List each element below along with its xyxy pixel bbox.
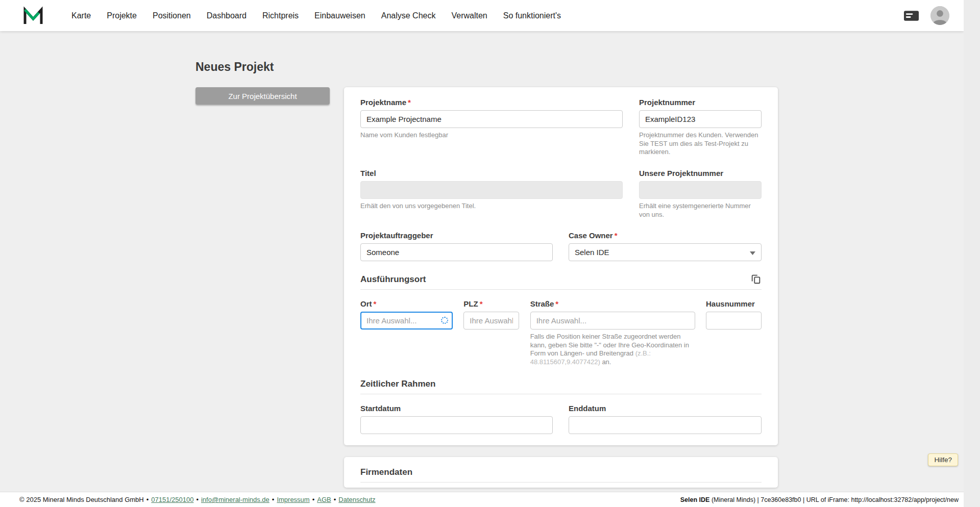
strasse-input[interactable] — [530, 312, 695, 329]
projektnummer-input[interactable] — [639, 110, 762, 128]
titel-field: Titel Erhält den von uns vorgegebenen Ti… — [360, 169, 623, 219]
unsere-projektnummer-field: Unsere Projektnummer Erhält eine systemg… — [639, 169, 762, 219]
project-form-card: Projektname* Name vom Kunden festlegbar … — [344, 87, 778, 445]
footer-bar: © 2025 Mineral Minds Deutschland GmbH • … — [0, 492, 964, 507]
unsere-projektnummer-label: Unsere Projektnummer — [639, 169, 762, 178]
plz-field: PLZ* — [463, 299, 519, 367]
case-owner-select[interactable]: Selen IDE — [569, 243, 762, 261]
projektauftraggeber-label: Projektauftraggeber — [360, 231, 553, 240]
help-button[interactable]: Hilfe? — [928, 453, 958, 466]
nav-item-analyse-check[interactable]: Analyse Check — [381, 11, 436, 20]
projektname-label-text: Projektname — [360, 98, 406, 107]
ort-label: Ort* — [360, 299, 453, 309]
required-marker: * — [480, 299, 483, 308]
required-marker: * — [555, 299, 558, 308]
projektauftraggeber-field: Projektauftraggeber — [360, 231, 553, 261]
plz-label: PLZ* — [463, 299, 519, 309]
strasse-helper-main: Falls die Position keiner Straße zugeord… — [530, 333, 689, 357]
strasse-field: Straße* Falls die Position keiner Straße… — [530, 299, 695, 367]
ort-field: Ort* — [360, 299, 453, 367]
unsere-projektnummer-input — [639, 181, 762, 199]
loading-spinner-icon — [441, 317, 448, 324]
left-column: Zur Projektübersicht — [195, 87, 330, 105]
startdatum-input[interactable] — [360, 416, 553, 434]
section-zeitlicher-rahmen-header: Zeitlicher Rahmen — [360, 379, 762, 394]
required-marker: * — [374, 299, 377, 308]
enddatum-label: Enddatum — [569, 404, 762, 413]
case-owner-label: Case Owner* — [569, 231, 762, 240]
projektname-field: Projektname* Name vom Kunden festlegbar — [360, 98, 623, 157]
user-avatar[interactable] — [930, 6, 949, 25]
main-content: Neues Projekt Zur Projektübersicht Proje… — [0, 31, 964, 488]
nav-item-positionen[interactable]: Positionen — [153, 11, 191, 20]
header-actions — [903, 6, 953, 25]
logo-mark — [22, 6, 44, 26]
footer-link-email[interactable]: info@mineral-minds.de — [201, 496, 270, 503]
footer-separator: • — [272, 496, 275, 503]
projektauftraggeber-input[interactable] — [360, 243, 553, 261]
copyright-text: © 2025 Mineral Minds Deutschland GmbH — [19, 496, 144, 503]
app-window: Karte Projekte Positionen Dashboard Rich… — [0, 0, 964, 507]
footer-link-datenschutz[interactable]: Datenschutz — [338, 496, 375, 503]
strasse-label-text: Straße — [530, 299, 554, 308]
footer-link-agb[interactable]: AGB — [317, 496, 331, 503]
strasse-label: Straße* — [530, 299, 695, 309]
strasse-helper-suffix: an. — [600, 358, 611, 366]
page-title: Neues Projekt — [195, 60, 964, 74]
titel-input — [360, 181, 623, 199]
projektname-label: Projektname* — [360, 98, 623, 107]
copy-icon[interactable] — [750, 273, 762, 285]
nav-item-karte[interactable]: Karte — [71, 11, 91, 20]
session-info: Selen IDE (Mineral Minds) | 7ce360e83fb0… — [680, 496, 959, 503]
projektname-input[interactable] — [360, 110, 623, 128]
ort-input[interactable] — [360, 312, 453, 329]
nav-item-so-funktionierts[interactable]: So funktioniert's — [503, 11, 561, 20]
session-user: Selen IDE — [680, 496, 710, 503]
enddatum-field: Enddatum — [569, 404, 762, 434]
mineral-minds-logo[interactable] — [22, 6, 44, 26]
projektnummer-field: Projektnummer Projektnummer des Kunden. … — [639, 98, 762, 157]
footer-link-impressum[interactable]: Impressum — [277, 496, 309, 503]
footer-separator: • — [312, 496, 315, 503]
startdatum-label: Startdatum — [360, 404, 553, 413]
ort-label-text: Ort — [360, 299, 372, 308]
case-owner-label-text: Case Owner — [569, 231, 613, 240]
footer-separator: • — [334, 496, 336, 503]
strasse-helper: Falls die Position keiner Straße zugeord… — [530, 333, 695, 367]
nav-item-dashboard[interactable]: Dashboard — [207, 11, 247, 20]
required-marker: * — [408, 98, 411, 107]
enddatum-input[interactable] — [569, 416, 762, 434]
projektnummer-label: Projektnummer — [639, 98, 762, 107]
hausnummer-field: Hausnummer — [706, 299, 762, 367]
section-ausfuehrungsort-header: Ausführungsort — [360, 273, 762, 290]
firmendaten-card: Firmendaten — [344, 457, 778, 488]
footer-info: © 2025 Mineral Minds Deutschland GmbH • … — [19, 496, 376, 503]
unsere-projektnummer-helper: Erhält eine systemgenerierte Nummer von … — [639, 202, 762, 219]
person-icon — [930, 6, 949, 25]
plz-input[interactable] — [463, 312, 519, 329]
section-title-zeitlicher-rahmen: Zeitlicher Rahmen — [360, 379, 435, 389]
hausnummer-input[interactable] — [706, 312, 762, 329]
case-owner-selected-value: Selen IDE — [575, 248, 609, 257]
nav-item-richtpreis[interactable]: Richtpreis — [262, 11, 299, 20]
footer-link-phone[interactable]: 07151/250100 — [151, 496, 193, 503]
footer-separator: • — [196, 496, 199, 503]
section-title-ausfuehrungsort: Ausführungsort — [360, 274, 426, 285]
nav-item-einbauweisen[interactable]: Einbauweisen — [314, 11, 365, 20]
required-marker: * — [615, 231, 618, 240]
hausnummer-label: Hausnummer — [706, 299, 762, 309]
chevron-down-icon — [750, 248, 755, 257]
titel-helper: Erhält den von uns vorgegebenen Titel. — [360, 202, 623, 211]
top-nav-bar: Karte Projekte Positionen Dashboard Rich… — [0, 0, 964, 31]
startdatum-field: Startdatum — [360, 404, 553, 434]
server-icon[interactable] — [903, 10, 919, 22]
section-title-firmendaten: Firmendaten — [360, 467, 412, 477]
footer-separator: • — [146, 496, 149, 503]
section-firmendaten-header: Firmendaten — [360, 467, 762, 483]
nav-item-verwalten[interactable]: Verwalten — [451, 11, 487, 20]
case-owner-field: Case Owner* Selen IDE — [569, 231, 762, 261]
project-overview-button[interactable]: Zur Projektübersicht — [195, 87, 330, 105]
session-details: (Mineral Minds) | 7ce360e83fb0 | URL of … — [709, 496, 959, 503]
nav-item-projekte[interactable]: Projekte — [107, 11, 137, 20]
projektname-helper: Name vom Kunden festlegbar — [360, 131, 623, 140]
